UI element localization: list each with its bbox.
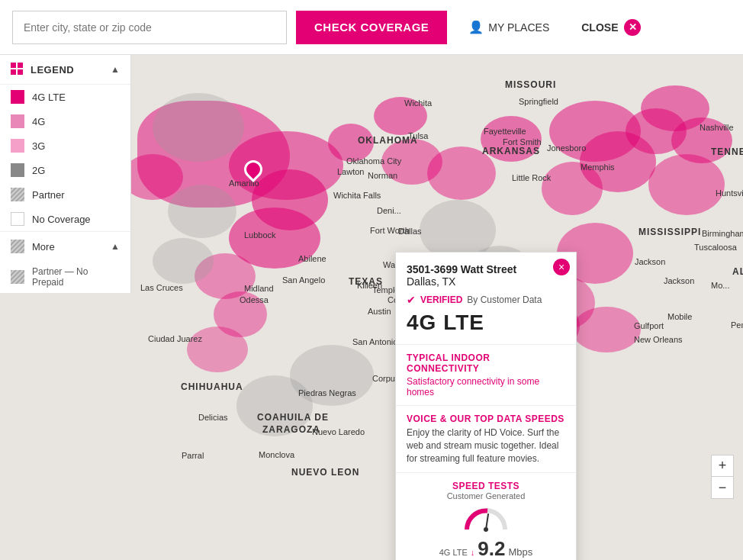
speed-unit: Mbps: [508, 546, 532, 558]
swatch-partner: [11, 188, 24, 201]
popup-indoor-title: TYPICAL INDOOR CONNECTIVITY: [407, 352, 565, 374]
person-icon: 👤: [468, 20, 484, 34]
more-section: More ▲ Partner — No Prepaid: [0, 231, 130, 293]
more-chevron-icon: ▲: [111, 241, 120, 252]
swatch-3g: [11, 139, 24, 153]
city-label-chihuahua: CHIHUAHUA: [181, 381, 243, 392]
zoom-out-button[interactable]: −: [712, 477, 733, 498]
close-icon: ✕: [624, 19, 641, 36]
popup-indoor-section: TYPICAL INDOOR CONNECTIVITY Satisfactory…: [396, 345, 576, 405]
city-label-alaba: ALA& M...: [732, 266, 743, 277]
svg-rect-3: [18, 69, 23, 75]
popup-indoor-subtitle: Satisfactory connectivity in some homes: [407, 376, 565, 397]
city-label-springfield: Springfield: [519, 97, 558, 106]
speed-value-row: 4G LTE ↓ 9.2 Mbps: [407, 537, 565, 560]
coverage-popup: × 3501-3699 Watt Street Dallas, TX ✔ VER…: [395, 252, 577, 560]
city-label-monclova: Monclova: [259, 450, 294, 459]
legend-item-2g: 2G: [0, 158, 130, 182]
city-label-mississippi: MISSISSIPPI: [638, 227, 701, 237]
city-label-jackson2: Jackson: [664, 276, 694, 285]
legend-title: LEGEND: [31, 64, 74, 76]
city-label-texas: TEXAS: [349, 276, 383, 287]
svg-point-5: [484, 527, 488, 532]
legend-item-partner: Partner: [0, 182, 130, 207]
swatch-4glte: [11, 90, 24, 104]
city-label-nuevo-leon: NUEVO LEON: [291, 467, 359, 478]
legend-label-4glte: 4G LTE: [32, 92, 66, 103]
city-label-missouri: MISSOURI: [505, 79, 556, 90]
swatch-nocoverage: [11, 212, 24, 226]
city-label-wichita-falls: Wichita Falls: [333, 191, 381, 200]
speed-number: 9.2: [478, 537, 505, 560]
my-places-button[interactable]: 👤 MY PLACES: [456, 11, 561, 44]
city-label-tuscaloosa: Tuscaloosa: [694, 243, 737, 252]
legend-grid-icon: [11, 63, 24, 76]
more-swatch: [11, 240, 24, 253]
speed-tests-sub: Customer Generated: [407, 491, 565, 500]
city-label-montgomery: Mo...: [711, 281, 729, 290]
popup-close-button[interactable]: ×: [553, 259, 570, 275]
city-label-pensacola: Pensacola: [731, 320, 743, 330]
legend-panel: LEGEND ▲ 4G LTE 4G 3G 2G Partner No Cove…: [0, 55, 131, 293]
popup-voice-section: VOICE & OUR TOP DATA SPEEDS Enjoy the cl…: [396, 406, 576, 472]
city-label-laredo: Nuevo Laredo: [312, 427, 365, 436]
city-label-dallas: Dallas: [398, 227, 422, 236]
city-label-birmingham: Birmingham: [702, 229, 743, 238]
legend-item-4g: 4G: [0, 109, 130, 134]
popup-coverage-type: 4G LTE: [396, 309, 576, 344]
popup-speed-section: SPEED TESTS Customer Generated: [396, 472, 576, 560]
legend-label-3g: 3G: [32, 140, 45, 152]
check-coverage-label: CHECK COVERAGE: [314, 21, 429, 34]
close-label: CLOSE: [581, 21, 618, 34]
zoom-controls: + −: [711, 455, 734, 499]
legend-item-3g: 3G: [0, 134, 130, 158]
check-coverage-button[interactable]: CHECK COVERAGE: [296, 11, 447, 44]
my-places-label: MY PLACES: [488, 21, 549, 34]
city-label-san-angelo: San Angelo: [282, 275, 325, 285]
legend-label-nocoverage: No Coverage: [32, 214, 91, 225]
city-label-austin: Austin: [368, 307, 391, 316]
legend-label-4g: 4G: [32, 116, 45, 127]
popup-street: 3501-3699 Watt Street: [407, 263, 565, 275]
speed-arrow-icon: ↓: [471, 548, 475, 557]
popup-voice-title: VOICE & OUR TOP DATA SPEEDS: [407, 414, 565, 424]
legend-item-4glte: 4G LTE: [0, 85, 130, 109]
search-input[interactable]: [12, 11, 287, 44]
speed-label: 4G LTE: [439, 548, 468, 557]
swatch-4g: [11, 114, 24, 128]
legend-header-left: LEGEND: [11, 63, 74, 76]
svg-rect-0: [11, 63, 16, 68]
city-label-parral: Parral: [182, 451, 204, 460]
gauge-svg: [463, 507, 509, 534]
city-label-jackson: Jackson: [635, 257, 665, 266]
city-label-las-cruces: Las Cruces: [140, 283, 183, 292]
city-label-delicias: Delicias: [198, 413, 228, 422]
zoom-in-button[interactable]: +: [712, 455, 733, 477]
city-label-denison: Deni...: [377, 206, 401, 215]
legend-item-nocoverage: No Coverage: [0, 207, 130, 231]
legend-label-partner-no-prepaid: Partner — No Prepaid: [32, 266, 120, 288]
city-label-mobile: Mobile: [667, 312, 692, 321]
map-pin: [244, 160, 262, 183]
verified-label: VERIFIED: [420, 294, 462, 305]
popup-city: Dallas, TX: [407, 275, 565, 288]
popup-verified-row: ✔ VERIFIED By Customer Data: [396, 291, 576, 309]
legend-collapse-icon[interactable]: ▲: [111, 64, 120, 75]
more-header[interactable]: More ▲: [0, 232, 130, 261]
topbar: CHECK COVERAGE 👤 MY PLACES CLOSE ✕: [0, 0, 743, 55]
city-label-new-orleans: New Orleans: [634, 335, 683, 344]
speed-tests-title: SPEED TESTS: [407, 481, 565, 491]
legend-label-2g: 2G: [32, 165, 45, 176]
verified-by: By Customer Data: [467, 294, 542, 305]
more-left: More: [11, 240, 55, 253]
legend-label-partner: Partner: [32, 189, 65, 201]
more-label: More: [32, 241, 55, 253]
swatch-partner-no-prepaid: [11, 270, 24, 284]
city-label-fort-worth: Fort Worth: [370, 226, 410, 235]
verified-check-icon: ✔: [407, 294, 416, 306]
close-button[interactable]: CLOSE ✕: [571, 11, 651, 44]
legend-item-partner-no-prepaid: Partner — No Prepaid: [0, 261, 130, 293]
popup-voice-body: Enjoy the clarity of HD Voice. Surf the …: [407, 426, 565, 465]
svg-line-4: [486, 514, 488, 529]
city-label-killeen: Killeen: [357, 281, 382, 290]
